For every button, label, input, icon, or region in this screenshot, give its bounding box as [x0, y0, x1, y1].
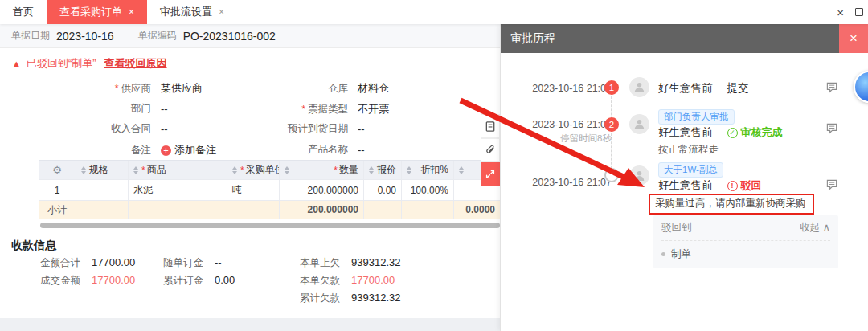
stay-duration: 停留时间8秒 — [517, 133, 612, 145]
prev-owed-field: 本单上欠 939312.32 — [265, 256, 400, 270]
tab-home[interactable]: 首页 — [0, 0, 47, 24]
col-product[interactable]: *商品 — [129, 161, 227, 179]
add-remark-link[interactable]: +添加备注 — [161, 143, 216, 157]
approval-node-tag: 部门负责人审批 — [658, 109, 735, 125]
actor-name: 好生意售前 — [658, 81, 713, 96]
col-price[interactable]: 报价 — [364, 161, 402, 179]
required-mark: * — [141, 165, 145, 176]
attachment-button[interactable] — [481, 138, 500, 162]
deal-amount-field: 成交金额 17700.00 — [0, 274, 135, 288]
department-label: 部门 — [0, 102, 151, 116]
view-reject-reason-link[interactable]: 查看驳回原因 — [104, 56, 167, 71]
deal-amount-label: 成交金额 — [0, 274, 80, 288]
chevron-up-icon: ∧ — [823, 222, 830, 233]
total-deposit-value: 0.00 — [215, 274, 235, 288]
sort-icon[interactable] — [369, 166, 374, 174]
tab-close-icon[interactable]: × — [129, 6, 134, 18]
close-icon[interactable]: × — [837, 6, 844, 18]
cell-price[interactable]: 0.00 — [364, 180, 402, 200]
reject-target-label: 制单 — [671, 247, 691, 261]
amount-total-field: 金额合计 17700.00 — [0, 256, 135, 270]
cell-discount[interactable]: 100.00% — [402, 180, 454, 200]
table-settings-gear-icon[interactable]: ⚙ — [52, 164, 62, 176]
collapse-toggle[interactable]: 收起 ∧ — [800, 221, 830, 235]
department-field: 部门 -- — [0, 102, 168, 116]
tab-view-purchase-order[interactable]: 查看采购订单 × — [47, 0, 147, 24]
fullscreen-icon[interactable] — [855, 8, 863, 16]
tab-bar: 首页 查看采购订单 × 审批流设置 × × — [0, 0, 868, 24]
panel-close-button[interactable]: × — [839, 24, 868, 53]
warehouse-field: 仓库 材料仓 — [241, 81, 389, 96]
check-circle-icon: ✓ — [727, 128, 738, 138]
exclamation-circle-icon: ! — [727, 181, 738, 191]
total-owed-field: 累计欠款 939312.32 — [265, 292, 400, 305]
document-header: 单据日期 2023-10-16 单据编码 PO-20231016-002 — [0, 24, 500, 48]
reject-reason-annotated: 采购量过高，请内部重新协商采购 — [649, 194, 814, 215]
comment-bubble-icon[interactable] — [825, 122, 838, 137]
sort-icon[interactable] — [285, 166, 289, 174]
warehouse-value[interactable]: 材料仓 — [358, 81, 389, 96]
income-contract-field: 收入合同 -- — [0, 122, 168, 136]
cell-spec[interactable] — [76, 180, 129, 200]
tab-close-icon[interactable]: × — [219, 6, 224, 18]
note-edit-icon — [485, 121, 497, 133]
income-contract-value[interactable]: -- — [161, 123, 168, 135]
entry-actor-row: 好生意售前 提交 — [658, 81, 749, 96]
comment-bubble-icon[interactable] — [825, 178, 838, 193]
status-approved: ✓审核完成 — [727, 125, 783, 140]
avatar — [629, 114, 649, 134]
warehouse-label: 仓库 — [241, 82, 348, 96]
row-number: 1 — [39, 180, 76, 200]
note-edit-button[interactable] — [481, 114, 500, 138]
remark-field: 备注 +添加备注 — [0, 143, 216, 157]
cell-unit[interactable]: 吨 — [227, 180, 280, 200]
cell-product[interactable]: 水泥 — [129, 180, 227, 200]
sort-icon[interactable] — [81, 166, 86, 174]
invoice-type-value[interactable]: 不开票 — [358, 102, 389, 116]
cell-qty[interactable]: 200.000000 — [280, 180, 364, 200]
person-icon — [633, 117, 646, 131]
rejected-alert-text: 已驳回到“制单” — [27, 56, 96, 71]
required-mark: * — [115, 83, 119, 94]
expand-icon — [485, 169, 496, 180]
add-remark-label: 添加备注 — [174, 143, 216, 157]
payment-info-title: 收款信息 — [11, 239, 56, 253]
comment-bubble-icon[interactable] — [825, 81, 838, 96]
doc-date-value: 2023-10-16 — [56, 30, 114, 43]
col-unit[interactable]: *采购单位 — [227, 161, 280, 179]
prev-owed-label: 本单上欠 — [265, 256, 340, 270]
sort-icon[interactable] — [133, 166, 138, 174]
subtotal-row: 小计 200.000000 0.0000 — [39, 201, 500, 219]
sort-icon[interactable] — [459, 166, 464, 174]
order-deposit-field: 随单订金 -- — [129, 256, 222, 270]
product-name-value[interactable]: -- — [358, 144, 365, 156]
horizontal-scrollbar[interactable] — [40, 223, 500, 228]
product-name-field: 产品名称 -- — [241, 143, 365, 157]
avatar — [629, 166, 649, 186]
sort-icon[interactable] — [407, 166, 411, 174]
supplier-field: *供应商 某供应商 — [0, 81, 203, 96]
product-name-label: 产品名称 — [241, 143, 348, 157]
entry-actor-row: 好生意售前 ✓审核完成 — [658, 125, 783, 140]
department-value[interactable]: -- — [161, 103, 168, 115]
entry-actor-row: 好生意售前 !驳回 — [658, 178, 762, 193]
col-spec[interactable]: 规格 — [76, 161, 129, 179]
order-deposit-label: 随单订金 — [129, 256, 203, 270]
reject-to-label: 驳回到 — [661, 221, 692, 235]
current-owed-field: 本单欠款 17700.00 — [265, 274, 395, 288]
supplier-value[interactable]: 某供应商 — [161, 81, 203, 96]
col-discount[interactable]: 折扣% — [402, 161, 454, 179]
actor-name: 好生意售前 — [658, 178, 713, 193]
sort-icon[interactable] — [232, 166, 237, 174]
required-mark: * — [334, 165, 338, 176]
expand-table-button[interactable] — [481, 162, 500, 186]
doc-date-label: 单据日期 — [11, 29, 50, 43]
table-row[interactable]: 1 水泥 吨 200.000000 0.00 100.00% — [39, 180, 500, 201]
tab-approval-flow-settings[interactable]: 审批流设置 × — [147, 0, 237, 24]
arrival-date-value[interactable]: -- — [358, 123, 365, 135]
order-deposit-value: -- — [215, 256, 222, 270]
col-qty[interactable]: *数量 — [280, 161, 364, 179]
person-icon — [633, 169, 646, 182]
step-badge — [604, 168, 619, 182]
approval-history-panel: 审批历程 × 2023-10-16 21:05 1 好生意售前 提交 部门负责人… — [500, 24, 868, 331]
